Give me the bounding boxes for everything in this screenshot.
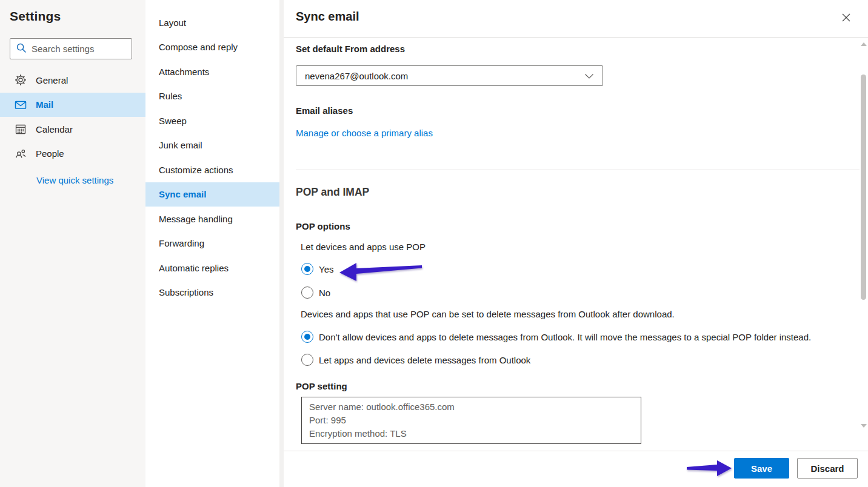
nav-item-compose-and-reply[interactable]: Compose and reply <box>145 35 282 60</box>
search-icon <box>16 42 27 56</box>
section-divider <box>296 170 860 170</box>
radio-unselected-icon <box>301 287 313 299</box>
panel-footer: Save Discard <box>284 451 868 487</box>
mail-settings-nav: Layout Compose and reply Attachments Rul… <box>145 0 284 487</box>
radio-label: No <box>319 288 330 298</box>
nav-gutter <box>279 0 284 487</box>
email-aliases-label: Email aliases <box>296 105 353 116</box>
search-settings-box[interactable] <box>10 38 132 59</box>
scroll-down-arrow-icon[interactable] <box>861 424 867 428</box>
from-address-dropdown[interactable]: nevena267@outlook.com <box>296 65 603 86</box>
radio-unselected-icon <box>301 354 313 366</box>
nav-item-rules[interactable]: Rules <box>145 84 282 109</box>
annotation-arrow-right-icon <box>686 458 733 480</box>
pop-setting-label: POP setting <box>296 381 347 391</box>
pop-no-radio[interactable]: No <box>301 287 330 299</box>
manage-alias-link[interactable]: Manage or choose a primary alias <box>296 128 433 138</box>
let-delete-radio[interactable]: Let apps and devices delete messages fro… <box>301 354 530 366</box>
settings-window: Settings <box>0 0 868 487</box>
sidebar-item-label: Mail <box>36 99 53 110</box>
sidebar-item-general[interactable]: General <box>0 68 145 93</box>
nav-item-attachments[interactable]: Attachments <box>145 59 282 84</box>
pop-delete-description: Devices and apps that use POP can be set… <box>301 309 675 319</box>
chevron-down-icon <box>584 71 594 81</box>
nav-item-layout[interactable]: Layout <box>145 10 282 35</box>
pop-options-label: POP options <box>296 221 350 231</box>
pop-yes-radio[interactable]: Yes <box>301 263 333 275</box>
nav-item-sync-email[interactable]: Sync email <box>145 182 282 207</box>
radio-selected-icon <box>301 331 313 343</box>
panel-header: Sync email <box>284 0 868 38</box>
nav-item-message-handling[interactable]: Message handling <box>145 207 282 231</box>
scroll-up-arrow-icon[interactable] <box>861 42 867 46</box>
nav-item-automatic-replies[interactable]: Automatic replies <box>145 256 282 280</box>
nav-item-forwarding[interactable]: Forwarding <box>145 231 282 256</box>
calendar-icon <box>14 123 27 135</box>
close-icon <box>841 13 851 24</box>
scrollbar-thumb[interactable] <box>861 75 866 300</box>
default-from-label: Set default From address <box>296 44 405 54</box>
sidebar-item-label: People <box>36 148 64 159</box>
people-icon <box>14 148 27 160</box>
page-title: Sync email <box>296 10 359 24</box>
nav-item-customize-actions[interactable]: Customize actions <box>145 157 282 182</box>
sidebar-item-people[interactable]: People <box>0 142 145 167</box>
view-quick-settings-link[interactable]: View quick settings <box>36 175 113 185</box>
pop-and-imap-heading: POP and IMAP <box>296 186 369 199</box>
sidebar-item-label: Calendar <box>36 124 73 134</box>
search-settings-input[interactable] <box>32 44 126 54</box>
vertical-scrollbar <box>860 38 867 433</box>
radio-label: Don't allow devices and apps to delete m… <box>319 332 811 342</box>
radio-label: Let apps and devices delete messages fro… <box>319 355 530 365</box>
sidebar-item-label: General <box>36 75 68 85</box>
settings-sidebar: Settings <box>0 0 145 487</box>
dont-allow-delete-radio[interactable]: Don't allow devices and apps to delete m… <box>301 331 811 343</box>
pop-port: Port: 995 <box>309 414 633 427</box>
annotation-arrow-left-icon <box>338 260 423 284</box>
sync-email-panel: Sync email Set default From address neve… <box>284 0 868 487</box>
pop-encryption: Encryption method: TLS <box>309 427 633 440</box>
settings-title: Settings <box>10 9 61 24</box>
sidebar-nav: General Mail <box>0 68 145 166</box>
radio-selected-icon <box>301 263 313 275</box>
nav-item-junk-email[interactable]: Junk email <box>145 133 282 158</box>
pop-setting-box: Server name: outlook.office365.com Port:… <box>301 397 641 444</box>
discard-button[interactable]: Discard <box>797 458 858 479</box>
mail-icon <box>14 99 27 111</box>
nav-item-subscriptions[interactable]: Subscriptions <box>145 280 282 305</box>
gear-icon <box>14 74 27 86</box>
nav-item-sweep[interactable]: Sweep <box>145 108 282 133</box>
save-button[interactable]: Save <box>734 458 789 479</box>
sidebar-item-calendar[interactable]: Calendar <box>0 117 145 142</box>
from-address-value: nevena267@outlook.com <box>305 71 408 81</box>
close-button[interactable] <box>840 12 852 24</box>
pop-server-name: Server name: outlook.office365.com <box>309 400 633 414</box>
sidebar-item-mail[interactable]: Mail <box>0 93 145 118</box>
radio-label: Yes <box>319 264 333 274</box>
use-pop-label: Let devices and apps use POP <box>301 242 426 252</box>
